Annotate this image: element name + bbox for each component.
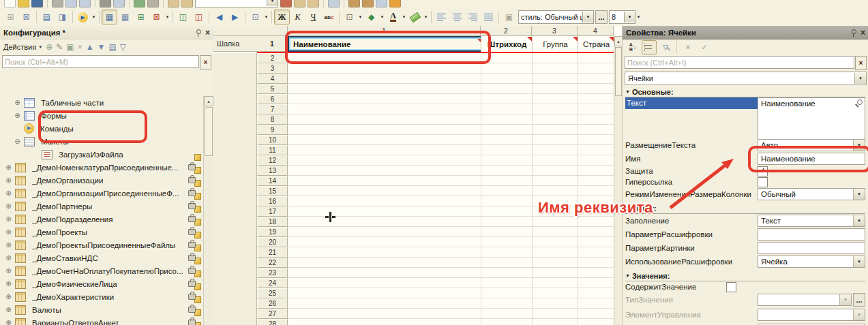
row-header[interactable]: 13 [257,166,288,176]
property-label[interactable]: ТипЗначения [625,294,758,306]
triangle-down-icon[interactable]: ▼ [625,272,630,280]
close-icon[interactable]: × [205,29,210,37]
user-question-icon[interactable] [348,0,360,7]
property-label[interactable]: Имя [625,153,758,165]
chevron-down-icon[interactable]: ▼ [854,73,866,84]
scrollbar-thumb[interactable] [615,47,622,96]
row-header[interactable]: 21 [257,247,288,258]
chevron-down-icon[interactable]: ▼ [423,10,429,24]
property-label[interactable]: ПараметрКартинки [625,243,758,254]
tree-scrollbar[interactable]: ▲ [203,96,213,325]
move-column-right-icon[interactable]: ▶ [227,10,243,25]
chevron-down-icon[interactable]: ▼ [401,10,407,24]
contains-value-checkbox[interactable] [726,282,736,292]
row-header[interactable]: 3 [257,63,288,74]
spreadsheet-editor[interactable]: 1234Шапка1НаименованиеШтрихкодГруппаСтра… [213,26,622,325]
actions-menu-button[interactable]: Действия ▼ [3,43,42,51]
delete-rows-icon[interactable]: ⊠ [149,10,164,25]
expand-icon[interactable]: ⊕ [4,176,13,184]
property-label[interactable]: РежимИзмененияРазмераКолонки [625,189,758,200]
chevron-down-icon[interactable]: ▼ [91,10,97,24]
magnifier-icon[interactable] [855,99,863,108]
tree-item[interactable]: ЗагрузкаИзФайла [0,148,204,161]
chevron-down-icon[interactable]: ▼ [357,10,363,24]
triangle-down-icon[interactable]: ▼ [625,88,630,96]
row-header[interactable]: 10 [257,135,288,145]
property-label[interactable]: РазмещениеТекста [625,140,758,151]
cell-name-icon[interactable]: ⊡ [248,10,263,25]
section-cell[interactable]: Шапка [213,36,260,52]
expand-icon[interactable]: ⊕ [4,215,13,223]
show-sections-icon[interactable]: ▦ [102,10,117,25]
chevron-down-icon[interactable]: ▼ [839,294,851,305]
fill-color-icon[interactable]: ◆ [363,10,379,25]
row-header[interactable]: 28 [257,319,288,325]
prop-details-parameter-field[interactable] [758,228,865,241]
row-header[interactable]: 22 [257,258,288,268]
filter-properties-icon[interactable]: ▽✎ [658,40,673,55]
pin-icon[interactable] [195,29,201,37]
chevron-down-icon[interactable]: ▼ [635,10,642,24]
row-header[interactable]: 15 [257,186,288,196]
prop-details-use-field[interactable]: Ячейка▼ [758,256,865,268]
prop-column-resize-mode-field[interactable]: Обычный▼ [758,188,865,200]
row-header[interactable]: 2 [257,53,288,63]
align-justify-icon[interactable] [481,10,496,25]
more-styles-button[interactable]: ... [595,10,608,24]
pin-icon[interactable] [850,29,856,37]
row-header[interactable]: 8 [257,114,288,125]
delete-icon[interactable]: × [78,43,83,51]
clear-search-icon[interactable]: × [855,56,867,70]
find-next-icon[interactable] [181,0,193,7]
close-icon[interactable]: × [860,29,865,37]
tree-item[interactable]: ⊕_ДемоОрганизации [0,174,204,187]
row-header[interactable]: 11 [257,145,288,155]
tree-item[interactable]: ⊕Валюты [0,303,204,316]
user-search-icon[interactable] [362,0,374,7]
row-header[interactable]: 23 [257,268,288,278]
tree-item[interactable]: ⊕_ДемоСтавкиНДС [0,251,204,264]
tree-item[interactable]: ⊕_ДемоФизическиеЛица [0,277,204,290]
expand-icon[interactable]: ⊕ [4,306,13,313]
row-header[interactable]: 24 [257,278,288,288]
open-file-icon[interactable] [18,0,29,7]
chevron-down-icon[interactable]: ▼ [164,10,170,24]
row-header[interactable]: 27 [257,309,288,319]
expand-icon[interactable]: ⊕ [4,293,13,300]
row-header[interactable]: 20 [257,237,288,247]
expand-icon[interactable]: ⊕ [4,254,13,262]
chevron-down-icon[interactable]: ▼ [853,215,865,226]
font-color-icon[interactable]: A [385,10,401,25]
tree-item[interactable]: ⊕_ДемоПодразделения [0,213,204,226]
show-headers-icon[interactable]: ▦ [117,10,133,25]
prop-value-type-field[interactable]: ▼ [758,294,852,306]
row-header[interactable]: 19 [257,227,288,237]
text-case-icon[interactable]: abc [321,10,337,25]
tree-item[interactable]: ⊕_ДемоПартнеры [0,200,204,213]
tree-item[interactable]: ⊕_ДемоПроекты [0,226,204,238]
sort-alphabetical-icon[interactable]: АЯ↓ [625,40,640,55]
property-label[interactable]: Защита [625,166,758,177]
hyperlink-checkbox[interactable] [758,177,768,187]
redo-icon[interactable] [147,0,159,7]
expand-icon[interactable]: ⊕ [4,319,13,325]
chevron-down-icon[interactable]: ▼ [582,12,593,22]
move-up-icon[interactable]: ▲ [86,43,94,51]
property-label[interactable]: Текст [625,97,759,109]
align-left-icon[interactable] [434,10,449,25]
sheet-scrollbar[interactable]: ▲ [614,36,622,325]
tree-item[interactable]: ⊕_ДемоСчетНаОплатуПокупателюПрисо... [0,264,204,277]
tree-item[interactable]: ⊕ВариантыОтветовАнкет [0,316,204,325]
chevron-down-icon[interactable]: ▼ [853,309,865,320]
list-icon[interactable]: ▤ [108,43,116,51]
property-label[interactable]: Гиперссылка [625,176,758,188]
close-editor-icon[interactable]: ⊠ [18,10,34,25]
edit-document-icon[interactable] [376,0,387,7]
search-text-combo[interactable]: ▼ [195,0,278,7]
expand-icon[interactable]: ⊕ [4,280,13,288]
help-icon[interactable] [389,0,401,7]
run-icon[interactable]: ▶ [75,10,91,25]
edit-icon[interactable]: ✎ [56,43,63,51]
row-header[interactable]: 12 [257,155,288,166]
format-eraser-icon[interactable] [407,10,423,25]
